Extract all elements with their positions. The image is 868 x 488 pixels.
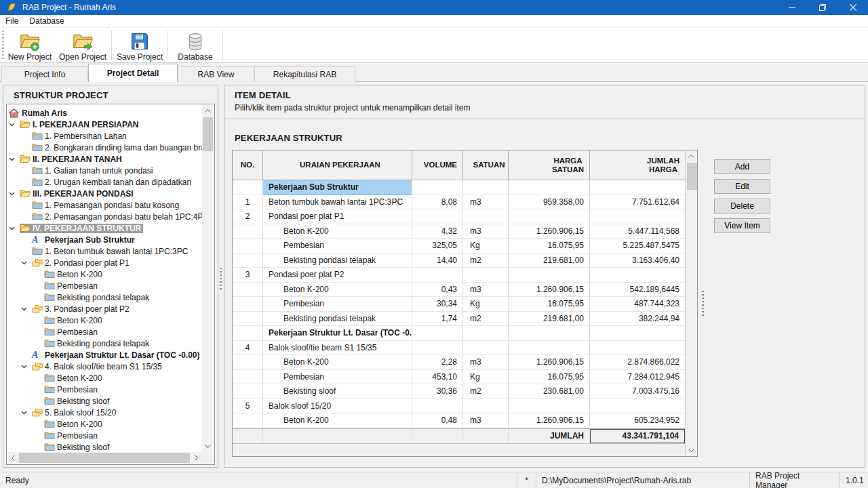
restore-button[interactable] (807, 0, 837, 15)
tree-item[interactable]: 1. Beton tumbuk bawah lantai 1PC:3PC (7, 245, 202, 257)
tree-item[interactable]: Beton K-200 (7, 314, 202, 326)
tree-item[interactable]: 3. Pondasi poer plat P2 (7, 303, 202, 314)
table-row[interactable]: Beton K-2002,28m31.260.906,152.874.866,0… (233, 355, 685, 370)
tree-item[interactable]: 1. Pemasangan pondasi batu kosong (7, 199, 202, 211)
scroll-right-icon[interactable] (191, 452, 202, 464)
item-detail-title: ITEM DETAIL (224, 85, 865, 100)
edit-button[interactable]: Edit (714, 179, 770, 194)
tab-project-detail[interactable]: Project Detail (88, 64, 178, 82)
tree-item[interactable]: Pembesian (7, 326, 202, 338)
tree-item[interactable]: Pembesian (7, 280, 202, 291)
new-project-button[interactable]: New Project (4, 29, 56, 62)
tree-item[interactable]: 1. Pembersihan Lahan (7, 130, 202, 142)
table-vertical-scrollbar[interactable] (685, 150, 697, 456)
tree-item[interactable]: 2. Bongkaran dinding lama dan buangan br… (7, 142, 202, 153)
tree-vertical-scrollbar[interactable] (202, 105, 214, 452)
scrollbar-thumb[interactable] (19, 453, 190, 463)
table-row[interactable]: 1Beton tumbuk bawah lantai 1PC:3PC8,08m3… (233, 195, 685, 210)
cell-harga: 1.260.906,15 (509, 355, 590, 370)
tree-item[interactable]: III. PEKERJAAN PONDASI (7, 188, 202, 199)
tree-item[interactable]: II. PEKERJAAN TANAH (7, 153, 202, 165)
table-row[interactable]: 5Balok sloof 15/20 (233, 399, 685, 414)
table-row[interactable]: Beton K-2000,48m31.260.906,15605.234,952 (233, 413, 685, 428)
tree-item[interactable]: Bekisting sloof (7, 441, 202, 452)
table-row[interactable]: Pembesian325,05Kg16.075,955.225.487,5475 (233, 239, 685, 253)
minimize-button[interactable] (776, 0, 807, 15)
tree-item[interactable]: APekerjaan Struktur Lt. Dasar (TOC -0.00… (7, 349, 202, 361)
tree-item-label: 1. Beton tumbuk bawah lantai 1PC:3PC (44, 247, 188, 256)
save-project-button[interactable]: Save Project (113, 29, 166, 62)
table-row[interactable]: Bekisting pondasi telapak14,40m2219.681,… (233, 253, 685, 268)
open-project-button[interactable]: Open Project (56, 29, 110, 62)
scroll-up-icon[interactable] (202, 105, 214, 117)
tree-item[interactable]: 2. Urugan kembali tanah dan dipadatkan (7, 176, 202, 188)
tree-item[interactable]: Pembesian (7, 430, 202, 441)
panel-splitter[interactable] (220, 268, 222, 291)
cell-harga: 1.260.906,15 (509, 224, 590, 239)
table-row[interactable]: Bekisting pondasi telapak1,74m2219.681,0… (233, 312, 685, 327)
tree-item[interactable]: Bekisting sloof (7, 395, 202, 407)
scroll-left-icon[interactable] (7, 452, 19, 464)
table-row[interactable]: 4Balok sloof/tie beam S1 15/35 (233, 341, 685, 356)
tree-item[interactable]: 5. Balok sloof 15/20 (7, 407, 202, 418)
tree-item[interactable]: 1. Galian tanah untuk pondasi (7, 165, 202, 176)
tree-item[interactable]: IV. PEKERJAAN STRUKTUR (7, 222, 202, 234)
tree-item-label: Pembesian (56, 431, 98, 441)
table-row[interactable]: 2Pondasi poer plat P1 (233, 209, 685, 224)
tab-rab-view[interactable]: RAB View (178, 66, 254, 82)
add-button[interactable]: Add (714, 159, 770, 174)
table-row[interactable]: Bekisting sloof30,36m2230.681,007.003.47… (233, 384, 685, 399)
tree-item[interactable]: Beton K-200 (7, 372, 202, 384)
table-row[interactable]: Beton K-2000,43m31.260.906,15542.189,644… (233, 283, 685, 298)
table-row[interactable]: Pembesian453,10Kg16.075,957.284.012,945 (233, 370, 685, 385)
cell-uraian: Beton K-200 (263, 413, 412, 428)
tree-item[interactable]: Pembesian (7, 384, 202, 395)
tab-label: RAB View (198, 70, 235, 79)
scroll-up-icon[interactable] (686, 150, 697, 162)
chevron-down-icon[interactable] (21, 411, 32, 415)
delete-button[interactable]: Delete (714, 199, 770, 214)
view-item-button[interactable]: View Item (714, 218, 770, 233)
tree-item[interactable]: 2. Pondasi poer plat P1 (7, 257, 202, 268)
chevron-down-icon[interactable] (9, 226, 20, 230)
cell-volume (412, 399, 463, 414)
close-button[interactable] (837, 0, 868, 15)
chevron-down-icon[interactable] (21, 261, 32, 265)
chevron-down-icon[interactable] (21, 365, 32, 369)
table-row[interactable]: Pekerjaan Struktur Lt. Dasar (TOC -0.00) (233, 326, 685, 341)
cell-harga: 959.358,00 (509, 195, 590, 210)
cell-jumlah: 7.284.012,945 (590, 370, 685, 385)
tree-item[interactable]: 4. Balok sloof/tie beam S1 15/35 (7, 361, 202, 372)
chevron-down-icon[interactable] (9, 157, 20, 161)
tree-item[interactable]: Bekisting pondasi telapak (7, 291, 202, 303)
tree-item[interactable]: Beton K-200 (7, 268, 202, 280)
database-button[interactable]: Database (170, 29, 221, 62)
menu-database[interactable]: Database (24, 15, 69, 28)
tree-item[interactable]: Bekisting pondasi telapak (7, 338, 202, 349)
tree-item[interactable]: Rumah Aris (7, 107, 202, 119)
tree-item[interactable]: 2. Pemasangan pondasi batu belah 1PC:4PC (7, 211, 202, 222)
tree-item[interactable]: Beton K-200 (7, 418, 202, 430)
tree-item[interactable]: I. PEKERJAAN PERSIAPAN (7, 119, 202, 130)
table-horizontal-scrollbar[interactable] (233, 443, 685, 457)
tab-rekapitulasi-rab[interactable]: Rekapitulasi RAB (254, 66, 355, 82)
chevron-down-icon[interactable] (9, 192, 20, 196)
tree-item-label: III. PEKERJAAN PONDASI (32, 189, 134, 199)
scroll-down-icon[interactable] (686, 445, 697, 456)
item-icon (44, 385, 56, 394)
chevron-down-icon[interactable] (9, 123, 20, 127)
scrollbar-thumb[interactable] (687, 163, 697, 190)
scrollbar-thumb[interactable] (203, 117, 213, 151)
table-row[interactable]: 3Pondasi poer plat P2 (233, 268, 685, 283)
table-row[interactable]: Pekerjaan Sub Struktur (233, 180, 685, 195)
chevron-down-icon[interactable] (21, 307, 32, 311)
table-row[interactable]: Beton K-2004,32m31.260.906,155.447.114,5… (233, 224, 685, 239)
scroll-down-icon[interactable] (202, 441, 214, 452)
cell-volume: 4,32 (412, 224, 463, 239)
menu-file[interactable]: File (0, 15, 24, 28)
table-row[interactable]: Pembesian30,34Kg16.075,95487.744,323 (233, 297, 685, 312)
tree-item[interactable]: APekerjaan Sub Struktur (7, 234, 202, 245)
tab-project-info[interactable]: Project Info (1, 66, 88, 82)
table-splitter[interactable] (702, 291, 704, 318)
tree-horizontal-scrollbar[interactable] (7, 452, 202, 464)
